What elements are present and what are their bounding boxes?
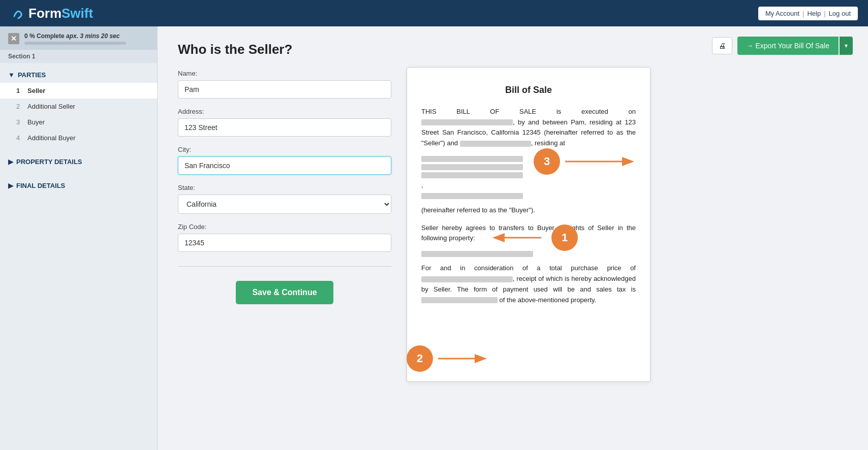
sidebar-item-seller[interactable]: 1 Seller: [0, 83, 157, 99]
item-num-4: 4: [16, 134, 23, 142]
progress-bar-track: [24, 42, 126, 45]
property-details-group: ▶ PROPERTY DETAILS: [0, 150, 157, 174]
logo: FormSwift: [10, 5, 93, 21]
doc-blank-addr2: [421, 164, 523, 170]
callout-2-circle: 2: [407, 345, 433, 372]
sidebar-item-additional-buyer[interactable]: 4 Additional Buyer: [0, 130, 157, 146]
doc-blank-buyer-name: [460, 141, 531, 147]
save-continue-button[interactable]: Save & Continue: [236, 281, 333, 304]
progress-info: 0 % Complete apx. 3 mins 20 sec: [24, 33, 149, 45]
section-label: Section 1: [0, 50, 157, 63]
callout-3-group: 3: [534, 148, 641, 175]
layout: ✕ 0 % Complete apx. 3 mins 20 sec Sectio…: [0, 26, 868, 450]
nav-sep2: |: [824, 10, 825, 17]
main-content: 🖨 → Export Your Bill Of Sale ▾ Who is th…: [158, 26, 868, 450]
callout-2-label: 2: [417, 352, 423, 365]
city-group: City:: [178, 146, 391, 175]
my-account-link[interactable]: My Account: [765, 10, 799, 17]
doc-para-3: For and in consideration of a total purc…: [421, 263, 636, 305]
parties-label: PARTIES: [18, 71, 46, 79]
address-input[interactable]: [178, 118, 391, 137]
city-input[interactable]: [178, 156, 391, 175]
final-arrow: ▶: [8, 182, 13, 189]
help-link[interactable]: Help: [807, 10, 821, 17]
progress-text: 0 % Complete apx. 3 mins 20 sec: [24, 33, 149, 40]
name-label: Name:: [178, 70, 391, 77]
sidebar-item-additional-seller[interactable]: 2 Additional Seller: [0, 99, 157, 114]
export-button[interactable]: → Export Your Bill Of Sale: [737, 37, 839, 55]
doc-blank-addr1: [421, 156, 523, 162]
doc-blank-property: [421, 251, 533, 257]
doc-para-buyer-end: (hereinafter referred to as the "Buyer")…: [421, 205, 636, 216]
state-select[interactable]: California Alabama Alaska Arizona New Yo…: [178, 195, 391, 214]
zip-label: Zip Code:: [178, 223, 391, 231]
item-num-1: 1: [16, 87, 23, 94]
doc-para-1: THIS BILL OF SALE is executed on , by an…: [421, 107, 636, 149]
callout-3-arrow: [560, 151, 641, 172]
doc-blank-tax: [421, 297, 498, 303]
callout-1-group: 1: [490, 224, 578, 251]
state-group: State: California Alabama Alaska Arizona…: [178, 184, 391, 214]
property-arrow: ▶: [8, 158, 13, 166]
progress-section: ✕ 0 % Complete apx. 3 mins 20 sec: [0, 26, 157, 50]
doc-title: Bill of Sale: [421, 83, 636, 98]
item-label-additional-seller: Additional Seller: [27, 103, 75, 110]
sidebar-item-buyer[interactable]: 3 Buyer: [0, 114, 157, 130]
header: FormSwift My Account | Help | Log out: [0, 0, 868, 26]
property-details-label: PROPERTY DETAILS: [16, 158, 82, 166]
print-button[interactable]: 🖨: [712, 37, 732, 54]
name-group: Name:: [178, 70, 391, 99]
callout-1-label: 1: [562, 231, 568, 244]
item-num-2: 2: [16, 103, 23, 110]
logo-swift: Swift: [61, 6, 93, 21]
progress-time: apx. 3 mins 20 sec: [66, 33, 119, 40]
callout-3-circle: 3: [534, 148, 560, 175]
form-divider: [178, 266, 391, 267]
close-button[interactable]: ✕: [8, 33, 19, 44]
sidebar: ✕ 0 % Complete apx. 3 mins 20 sec Sectio…: [0, 26, 158, 450]
doc-blank-date: [421, 119, 513, 125]
logo-form: Form: [28, 6, 61, 21]
zip-group: Zip Code:: [178, 223, 391, 252]
address-group: Address:: [178, 108, 391, 137]
zip-input[interactable]: [178, 234, 391, 252]
item-label-additional-buyer: Additional Buyer: [27, 134, 76, 142]
form-section: Who is the Seller? Name: Address: City: …: [178, 42, 391, 435]
parties-header[interactable]: ▼ PARTIES: [0, 67, 157, 83]
nav-sep1: |: [802, 10, 804, 17]
final-details-group: ▶ FINAL DETAILS: [0, 174, 157, 198]
doc-blank-addr3: [421, 172, 523, 178]
doc-body: THIS BILL OF SALE is executed on , by an…: [421, 107, 636, 306]
form-title: Who is the Seller?: [178, 42, 391, 57]
top-toolbar: 🖨 → Export Your Bill Of Sale ▾: [712, 37, 853, 55]
callout-2-arrow: [433, 348, 494, 369]
logout-link[interactable]: Log out: [829, 10, 851, 17]
item-label-seller: Seller: [27, 87, 45, 94]
doc-blank-price: [421, 276, 513, 282]
doc-blank-addr4: [421, 193, 523, 199]
callout-2-group: 2: [407, 345, 494, 372]
item-num-3: 3: [16, 118, 23, 126]
export-group: → Export Your Bill Of Sale ▾: [737, 37, 853, 55]
address-label: Address:: [178, 108, 391, 115]
property-details-header[interactable]: ▶ PROPERTY DETAILS: [0, 154, 157, 170]
item-label-buyer: Buyer: [27, 118, 45, 126]
callout-1-arrow: [490, 228, 551, 248]
progress-percent: 0 % Complete: [24, 33, 65, 40]
parties-arrow: ▼: [8, 71, 15, 79]
parties-group: ▼ PARTIES 1 Seller 2 Additional Seller 3…: [0, 63, 157, 150]
state-label: State:: [178, 184, 391, 191]
export-dropdown-button[interactable]: ▾: [840, 37, 853, 55]
final-details-label: FINAL DETAILS: [16, 182, 65, 189]
doc-property-blank: [421, 251, 636, 257]
callout-3-label: 3: [544, 155, 550, 168]
city-label: City:: [178, 146, 391, 153]
header-nav: My Account | Help | Log out: [758, 7, 858, 20]
callout-1-circle: 1: [551, 224, 578, 251]
name-input[interactable]: [178, 80, 391, 99]
final-details-header[interactable]: ▶ FINAL DETAILS: [0, 178, 157, 194]
print-icon: 🖨: [719, 42, 726, 50]
